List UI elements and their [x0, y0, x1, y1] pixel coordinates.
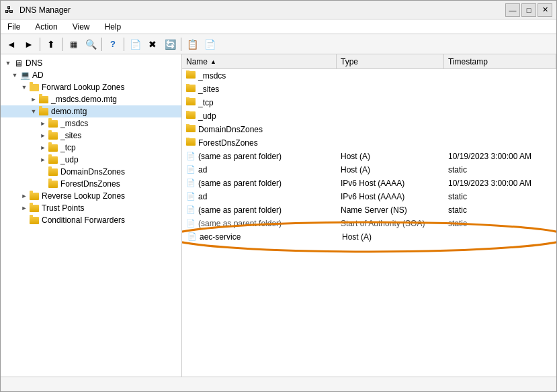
folder-icon [186, 98, 196, 107]
list-row[interactable]: 📄 ad Host (A) static [182, 163, 556, 177]
tree-item-demo-mtg[interactable]: ▼ demo.mtg [1, 105, 181, 117]
tree-label-rev: Reverse Lookup Zones [42, 191, 125, 201]
tree-toggle-forestdns[interactable] [38, 179, 48, 189]
cell-type-parent-ns: Name Server (NS) [337, 205, 444, 215]
minimize-button[interactable]: — [505, 3, 520, 17]
tree-item-rev[interactable]: ► Reverse Lookup Zones [1, 190, 181, 202]
maximize-button[interactable]: □ [521, 3, 536, 17]
cell-name-ad-aaaa: 📄 ad [182, 191, 337, 202]
cell-type-aec: Host (A) [338, 232, 445, 242]
tree-toggle-sites[interactable]: ► [38, 131, 48, 140]
toolbar-delete-button[interactable]: ✖ [144, 36, 161, 52]
tree-toggle-msdcs[interactable]: ► [38, 119, 48, 128]
cell-ts-domaindns [444, 129, 556, 130]
tree-item-fwd[interactable]: ▼ Forward Lookup Zones [1, 81, 181, 93]
col-header-timestamp[interactable]: Timestamp [444, 54, 556, 68]
tree-toggle-rev[interactable]: ► [19, 191, 29, 201]
cell-type-parent-a: Host (A) [337, 151, 444, 162]
toolbar-show-details-button[interactable]: ▦ [65, 36, 81, 52]
tree-toggle-ad[interactable]: ▼ [10, 70, 19, 80]
tree-label-demo-mtg: demo.mtg [51, 107, 87, 116]
tree-item-tcp[interactable]: ► _tcp [1, 142, 181, 154]
folder-icon [186, 138, 196, 148]
menu-action[interactable]: Action [31, 21, 61, 33]
cell-name-tcp: _tcp [182, 97, 337, 108]
toolbar-export-button[interactable]: 📋 [184, 36, 200, 52]
list-row[interactable]: _udp [182, 109, 556, 123]
tree-label-condfw: Conditional Forwarders [42, 215, 125, 225]
tree-item-sites[interactable]: ► _sites [1, 130, 181, 142]
list-row[interactable]: 📄 (same as parent folder) Host (A) 10/19… [182, 150, 556, 163]
cell-name-msdcs: _msdcs [182, 70, 337, 81]
tree-toggle-tcp[interactable]: ► [38, 143, 48, 152]
cell-ts-parent-a: 10/19/2023 3:00:00 AM [444, 151, 556, 162]
folder-icon-udp [48, 154, 58, 165]
cell-type-parent-soa: Start of Authority (SOA) [337, 218, 444, 229]
tree-item-ad[interactable]: ▼ 💻 AD [1, 69, 181, 81]
folder-open-icon-demo [38, 106, 49, 117]
toolbar-help-button[interactable]: ? [105, 36, 121, 52]
cell-name-aec: 📄 aec-service [183, 232, 338, 242]
menu-view[interactable]: View [69, 21, 94, 33]
tree-toggle-fwd[interactable]: ▼ [19, 83, 29, 92]
tree-label-msdcs-demo: _msdcs.demo.mtg [51, 95, 117, 104]
tree-item-dns[interactable]: ▼ 🖥 DNS [1, 57, 181, 69]
list-row[interactable]: 📄 ad IPv6 Host (AAAA) static [182, 190, 556, 203]
toolbar-up-button[interactable]: ⬆ [43, 36, 59, 52]
toolbar-refresh-button[interactable]: 🔄 [162, 36, 178, 52]
folder-icon-tcp [48, 142, 58, 153]
list-row-aec-service[interactable]: 📄 aec-service Host (A) [182, 230, 556, 244]
tree-toggle-demo-mtg[interactable]: ▼ [29, 107, 38, 116]
toolbar-separator-5 [181, 38, 181, 51]
status-bar [1, 377, 556, 391]
tree-item-domaindns[interactable]: DomainDnsZones [1, 166, 181, 178]
tree-toggle-condfw[interactable] [19, 215, 29, 225]
cell-type-msdcs [337, 75, 444, 77]
folder-icon-rev [29, 191, 40, 201]
cell-name-parent-a: 📄 (same as parent folder) [182, 151, 337, 162]
tree-toggle-domaindns[interactable] [38, 167, 48, 177]
col-header-type[interactable]: Type [337, 54, 444, 68]
cell-ts-msdcs [444, 75, 556, 77]
toolbar-forward-button[interactable]: ► [21, 36, 37, 52]
cell-name-parent-soa: 📄 (same as parent folder) [182, 218, 337, 229]
tree-item-trust[interactable]: ► Trust Points [1, 202, 181, 214]
tree-toggle-msdcs-demo[interactable]: ► [29, 95, 38, 104]
folder-icon [186, 111, 196, 121]
cell-name-parent-aaaa: 📄 (same as parent folder) [182, 178, 337, 189]
toolbar-search-button[interactable]: 🔍 [83, 36, 99, 52]
list-row[interactable]: DomainDnsZones [182, 123, 556, 136]
tree-toggle-dns[interactable]: ▼ [3, 58, 13, 68]
list-row[interactable]: ForestDnsZones [182, 136, 556, 150]
list-row[interactable]: _msdcs [182, 69, 556, 83]
list-row[interactable]: 📄 (same as parent folder) Name Server (N… [182, 203, 556, 217]
toolbar-new-zone-button[interactable]: 📄 [127, 36, 143, 52]
menu-help[interactable]: Help [101, 21, 126, 33]
record-icon: 📄 [186, 219, 196, 228]
window-title: DNS Manager [19, 5, 71, 15]
tree-toggle-udp[interactable]: ► [38, 155, 48, 164]
folder-icon-forestdns [48, 179, 58, 189]
list-row[interactable]: _sites [182, 83, 556, 96]
tree-label-tcp: _tcp [60, 143, 76, 152]
right-panel: Name ▲ Type Timestamp _msdcs [182, 54, 556, 377]
tree-item-msdcs[interactable]: ► _msdcs [1, 117, 181, 130]
folder-icon-msdcs [48, 118, 58, 129]
list-row[interactable]: _tcp [182, 96, 556, 109]
col-header-name[interactable]: Name ▲ [182, 54, 337, 68]
tree-toggle-trust[interactable]: ► [19, 203, 29, 213]
tree-item-udp[interactable]: ► _udp [1, 154, 181, 166]
title-bar: 🖧 DNS Manager — □ ✕ [1, 1, 556, 19]
list-row[interactable]: 📄 (same as parent folder) Start of Autho… [182, 217, 556, 230]
folder-icon-msdcs-demo [38, 94, 49, 105]
tree-item-condfw[interactable]: Conditional Forwarders [1, 214, 181, 226]
tree-item-msdcs-demo[interactable]: ► _msdcs.demo.mtg [1, 93, 181, 105]
toolbar-back-button[interactable]: ◄ [3, 36, 19, 52]
toolbar-properties-button[interactable]: 📄 [202, 36, 218, 52]
close-button[interactable]: ✕ [538, 3, 552, 17]
menu-file[interactable]: File [3, 21, 24, 33]
list-row[interactable]: 📄 (same as parent folder) IPv6 Host (AAA… [182, 177, 556, 190]
cell-ts-ad-aaaa: static [444, 191, 556, 202]
tree-label-trust: Trust Points [42, 203, 85, 213]
tree-item-forestdns[interactable]: ForestDnsZones [1, 178, 181, 190]
